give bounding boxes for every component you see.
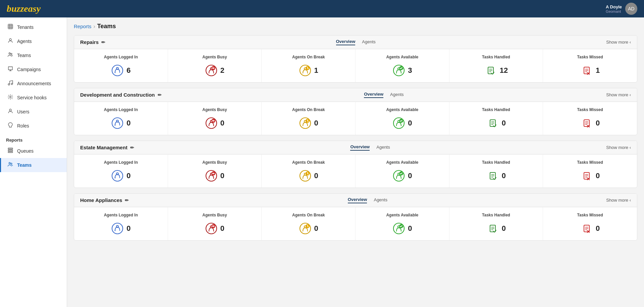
team-tab-overview-2[interactable]: Overview (350, 144, 370, 151)
stat-number-0-2: 0 (126, 171, 130, 180)
stat-number-1-2: 0 (220, 171, 224, 180)
stat-value-1-2: 0 (171, 169, 258, 182)
stat-number-3-3: 0 (408, 224, 412, 233)
team-name-2: Estate Management ✏ (80, 145, 134, 150)
svg-point-27 (112, 118, 123, 129)
stat-label-2-0: Agents On Break (265, 55, 352, 59)
team-edit-icon-3[interactable]: ✏ (125, 198, 129, 203)
stat-cell-available-2: Agents Available 0 (356, 155, 449, 188)
stat-number-5-3: 0 (596, 224, 600, 233)
stat-cell-break-1: Agents On Break 0 (262, 102, 356, 135)
stat-icon-busy-0 (205, 64, 218, 77)
top-nav: buzzeasy A Doyle Geomant AD (0, 0, 644, 17)
stat-icon-busy-2 (205, 169, 218, 182)
stat-label-2-1: Agents On Break (265, 107, 352, 112)
stat-number-0-1: 0 (126, 119, 130, 127)
show-more-0[interactable]: Show more ‹ (606, 40, 631, 45)
stat-icon-break-1 (299, 117, 312, 130)
user-company: Geomant (606, 9, 622, 13)
breadcrumb-parent[interactable]: Reports (74, 23, 92, 29)
teams-container: Repairs ✏ Overview Agents Show more ‹ Ag… (74, 35, 637, 241)
stat-icon-busy-3 (205, 222, 218, 235)
stat-cell-logged-in-3: Agents Logged In 0 (74, 207, 168, 240)
sidebar-item-agents[interactable]: Agents (0, 34, 67, 48)
stat-cell-logged-in-0: Agents Logged In 6 (74, 49, 168, 82)
stat-number-2-3: 0 (314, 224, 318, 233)
breadcrumb: Reports › Teams (74, 23, 637, 30)
stat-number-2-0: 1 (314, 66, 318, 75)
sidebar-item-roles[interactable]: Roles (0, 119, 67, 133)
sidebar-item-announcements[interactable]: Announcements (0, 76, 67, 91)
stat-number-5-0: 1 (596, 66, 600, 75)
stat-value-0-2: 0 (77, 169, 164, 182)
stat-icon-break-0 (299, 64, 312, 77)
sidebar-label-users: Users (17, 109, 30, 114)
stat-icon-missed-1 (580, 117, 593, 130)
svg-point-4 (8, 84, 10, 85)
stat-number-4-0: 12 (500, 66, 508, 75)
sidebar-item-users[interactable]: Users (0, 105, 67, 119)
stat-label-2-2: Agents On Break (265, 160, 352, 165)
show-more-1[interactable]: Show more ‹ (606, 92, 631, 97)
stat-value-0-1: 0 (77, 117, 164, 130)
team-header-2: Estate Management ✏ Overview Agents Show… (74, 141, 637, 154)
stat-cell-missed-1: Tasks Missed 0 (543, 102, 637, 135)
team-tab-agents-1[interactable]: Agents (390, 92, 404, 98)
stat-icon-available-1 (392, 117, 405, 130)
team-edit-icon-2[interactable]: ✏ (130, 145, 134, 150)
sidebar-item-service-hooks[interactable]: Service hooks (0, 91, 67, 105)
stat-icon-available-0 (392, 64, 405, 77)
sidebar-label-teams: Teams (17, 53, 31, 58)
sidebar-label-tenants: Tenants (17, 24, 34, 30)
team-edit-icon-0[interactable]: ✏ (101, 40, 105, 45)
team-tab-overview-3[interactable]: Overview (348, 197, 367, 203)
team-tabs-3: Overview Agents (348, 197, 387, 203)
sidebar-item-teams[interactable]: Teams (0, 48, 67, 62)
stat-value-4-3: 0 (453, 222, 540, 235)
svg-rect-10 (8, 152, 13, 153)
stat-label-2-3: Agents On Break (265, 213, 352, 217)
sidebar-label-teams-report: Teams (17, 162, 32, 168)
stat-value-4-0: 12 (453, 64, 540, 77)
sidebar-label-queues: Queues (17, 148, 34, 154)
sidebar-item-teams-report[interactable]: Teams (0, 158, 67, 172)
stat-label-5-3: Tasks Missed (546, 213, 634, 217)
sidebar-label-service-hooks: Service hooks (17, 95, 47, 100)
main-content: Reports › Teams Repairs ✏ Overview Agent… (67, 17, 644, 307)
team-card-0: Repairs ✏ Overview Agents Show more ‹ Ag… (74, 35, 637, 83)
team-tab-agents-3[interactable]: Agents (374, 197, 387, 203)
stat-cell-busy-0: Agents Busy 2 (168, 49, 262, 82)
teams-report-icon (7, 161, 14, 169)
team-tab-overview-1[interactable]: Overview (364, 92, 383, 98)
stat-label-3-0: Agents Available (359, 55, 446, 59)
team-edit-icon-1[interactable]: ✏ (158, 92, 162, 98)
sidebar-label-announcements: Announcements (17, 81, 51, 86)
team-tab-overview-0[interactable]: Overview (336, 39, 356, 45)
stat-cell-break-0: Agents On Break 1 (262, 49, 356, 82)
stat-value-2-0: 1 (265, 64, 352, 77)
stat-label-5-1: Tasks Missed (546, 107, 634, 112)
user-name: A Doyle (606, 4, 622, 9)
sidebar-item-queues[interactable]: Queues (0, 144, 67, 158)
stat-label-4-1: Tasks Handled (453, 107, 540, 112)
team-header-0: Repairs ✏ Overview Agents Show more ‹ (74, 36, 637, 49)
sidebar-label-agents: Agents (17, 39, 32, 44)
sidebar-item-tenants[interactable]: Tenants (0, 20, 67, 34)
show-more-3[interactable]: Show more ‹ (606, 198, 631, 203)
campaigns-icon (7, 66, 14, 73)
avatar[interactable]: AD (625, 3, 637, 15)
stat-number-1-0: 2 (220, 66, 224, 75)
stat-icon-logged-in-0 (111, 64, 124, 77)
show-more-2[interactable]: Show more ‹ (606, 145, 631, 150)
stat-value-5-0: 1 (546, 64, 634, 77)
sidebar-item-campaigns[interactable]: Campaigns (0, 62, 67, 76)
stat-label-1-0: Agents Busy (171, 55, 258, 59)
svg-rect-0 (8, 24, 13, 29)
stat-number-1-1: 0 (220, 119, 224, 127)
team-tab-agents-0[interactable]: Agents (362, 39, 375, 45)
team-tab-agents-2[interactable]: Agents (376, 145, 390, 150)
stat-value-1-0: 2 (171, 64, 258, 77)
stat-icon-handled-2 (486, 169, 499, 182)
stat-cell-busy-3: Agents Busy 0 (168, 207, 262, 240)
stat-label-4-2: Tasks Handled (453, 160, 540, 165)
